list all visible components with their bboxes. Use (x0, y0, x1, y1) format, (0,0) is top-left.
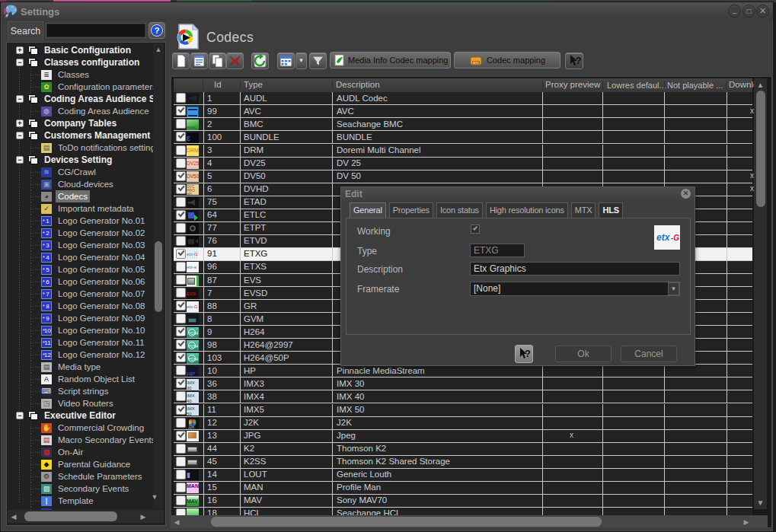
svg-text:MTX: MTX (473, 62, 479, 65)
svg-text:?: ? (525, 348, 531, 359)
svg-text:?: ? (576, 56, 581, 66)
